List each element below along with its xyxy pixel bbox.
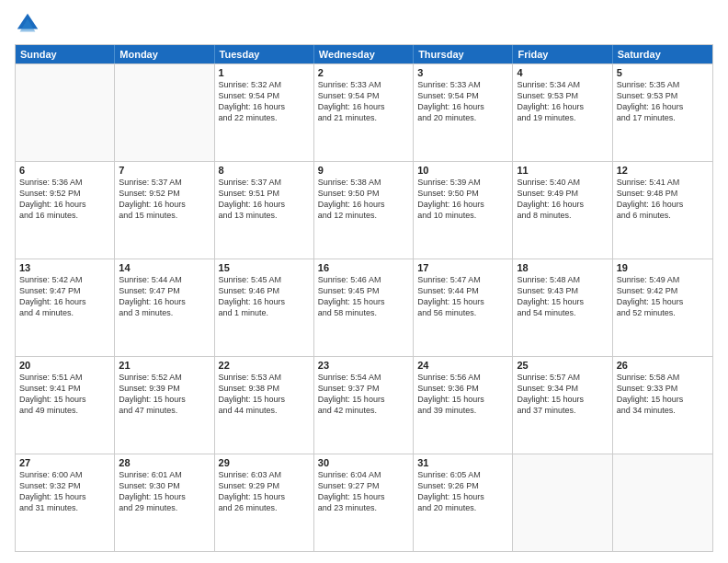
cell-info-line: Sunset: 9:26 PM bbox=[417, 480, 508, 491]
cell-info-line: Daylight: 16 hours bbox=[617, 199, 709, 210]
day-number: 14 bbox=[119, 262, 210, 273]
cell-info-line: and 52 minutes. bbox=[617, 307, 709, 318]
calendar-cell: 23Sunrise: 5:54 AMSunset: 9:37 PMDayligh… bbox=[314, 357, 414, 454]
cell-info-line: Sunrise: 5:57 AM bbox=[517, 372, 608, 383]
cell-info-line: Daylight: 15 hours bbox=[617, 394, 709, 405]
cell-info-line: Daylight: 15 hours bbox=[417, 491, 508, 502]
cell-info-line: and 31 minutes. bbox=[19, 502, 110, 513]
cell-info-line: and 42 minutes. bbox=[318, 405, 409, 416]
cell-info-line: and 19 minutes. bbox=[517, 112, 608, 123]
day-number: 27 bbox=[19, 457, 110, 468]
cell-info-line: Sunrise: 5:52 AM bbox=[119, 372, 210, 383]
cell-info-line: Sunset: 9:53 PM bbox=[517, 90, 608, 101]
calendar-cell: 15Sunrise: 5:45 AMSunset: 9:46 PMDayligh… bbox=[215, 259, 314, 356]
cell-info-line: Daylight: 15 hours bbox=[19, 394, 110, 405]
cell-info-line: Daylight: 15 hours bbox=[19, 491, 110, 502]
cell-info-line: Sunset: 9:52 PM bbox=[19, 188, 110, 199]
cell-info-line: Sunset: 9:27 PM bbox=[318, 480, 409, 491]
calendar-cell: 27Sunrise: 6:00 AMSunset: 9:32 PMDayligh… bbox=[16, 454, 115, 551]
cell-info-line: Sunset: 9:53 PM bbox=[617, 90, 709, 101]
cell-info-line: and 34 minutes. bbox=[617, 405, 709, 416]
cell-info-line: and 10 minutes. bbox=[417, 210, 508, 221]
cell-info-line: Sunset: 9:38 PM bbox=[219, 383, 310, 394]
calendar-cell: 16Sunrise: 5:46 AMSunset: 9:45 PMDayligh… bbox=[314, 259, 414, 356]
day-number: 19 bbox=[617, 262, 709, 273]
calendar-cell: 14Sunrise: 5:44 AMSunset: 9:47 PMDayligh… bbox=[115, 259, 214, 356]
header bbox=[15, 11, 713, 37]
cell-info-line: Sunrise: 5:46 AM bbox=[318, 274, 409, 285]
day-number: 28 bbox=[119, 457, 210, 468]
cell-info-line: and 16 minutes. bbox=[19, 210, 110, 221]
cell-info-line: and 8 minutes. bbox=[517, 210, 608, 221]
cell-info-line: and 3 minutes. bbox=[119, 307, 210, 318]
cell-info-line: Sunset: 9:30 PM bbox=[119, 480, 210, 491]
calendar-cell: 29Sunrise: 6:03 AMSunset: 9:29 PMDayligh… bbox=[215, 454, 314, 551]
cell-info-line: Sunset: 9:49 PM bbox=[517, 188, 608, 199]
cell-info-line: and 6 minutes. bbox=[617, 210, 709, 221]
cell-info-line: Sunrise: 5:40 AM bbox=[517, 177, 608, 188]
cell-info-line: Daylight: 15 hours bbox=[417, 296, 508, 307]
day-number: 8 bbox=[219, 165, 310, 176]
day-number: 23 bbox=[318, 360, 409, 371]
calendar-cell bbox=[115, 64, 214, 161]
day-number: 9 bbox=[318, 165, 409, 176]
cell-info-line: and 17 minutes. bbox=[617, 112, 709, 123]
cell-info-line: Sunset: 9:36 PM bbox=[417, 383, 508, 394]
calendar-cell: 3Sunrise: 5:33 AMSunset: 9:54 PMDaylight… bbox=[414, 64, 513, 161]
header-day-sunday: Sunday bbox=[16, 45, 115, 63]
calendar-cell: 22Sunrise: 5:53 AMSunset: 9:38 PMDayligh… bbox=[215, 357, 314, 454]
cell-info-line: Sunrise: 5:41 AM bbox=[617, 177, 709, 188]
cell-info-line: Sunrise: 5:45 AM bbox=[219, 274, 310, 285]
cell-info-line: Sunrise: 5:33 AM bbox=[318, 79, 409, 90]
day-number: 26 bbox=[617, 360, 709, 371]
header-day-monday: Monday bbox=[115, 45, 214, 63]
cell-info-line: Sunrise: 5:54 AM bbox=[318, 372, 409, 383]
cell-info-line: Sunrise: 5:49 AM bbox=[617, 274, 709, 285]
calendar-cell: 28Sunrise: 6:01 AMSunset: 9:30 PMDayligh… bbox=[115, 454, 214, 551]
calendar-cell: 11Sunrise: 5:40 AMSunset: 9:49 PMDayligh… bbox=[513, 162, 612, 259]
cell-info-line: Sunset: 9:34 PM bbox=[517, 383, 608, 394]
day-number: 20 bbox=[19, 360, 110, 371]
calendar-cell: 9Sunrise: 5:38 AMSunset: 9:50 PMDaylight… bbox=[314, 162, 414, 259]
cell-info-line: Sunset: 9:42 PM bbox=[617, 285, 709, 296]
cell-info-line: Daylight: 15 hours bbox=[219, 491, 310, 502]
cell-info-line: Sunrise: 5:53 AM bbox=[219, 372, 310, 383]
cell-info-line: Sunset: 9:52 PM bbox=[119, 188, 210, 199]
cell-info-line: and 58 minutes. bbox=[318, 307, 409, 318]
calendar-cell: 7Sunrise: 5:37 AMSunset: 9:52 PMDaylight… bbox=[115, 162, 214, 259]
cell-info-line: and 12 minutes. bbox=[318, 210, 409, 221]
day-number: 21 bbox=[119, 360, 210, 371]
calendar-cell: 4Sunrise: 5:34 AMSunset: 9:53 PMDaylight… bbox=[513, 64, 612, 161]
cell-info-line: Sunrise: 5:58 AM bbox=[617, 372, 709, 383]
cell-info-line: Daylight: 16 hours bbox=[219, 101, 310, 112]
cell-info-line: Daylight: 15 hours bbox=[119, 491, 210, 502]
day-number: 7 bbox=[119, 165, 210, 176]
cell-info-line: Sunset: 9:43 PM bbox=[517, 285, 608, 296]
day-number: 1 bbox=[219, 67, 310, 78]
cell-info-line: and 21 minutes. bbox=[318, 112, 409, 123]
calendar-cell bbox=[513, 454, 612, 551]
cell-info-line: and 29 minutes. bbox=[119, 502, 210, 513]
cell-info-line: Daylight: 15 hours bbox=[617, 296, 709, 307]
calendar-week-5: 27Sunrise: 6:00 AMSunset: 9:32 PMDayligh… bbox=[16, 454, 712, 551]
calendar-body: 1Sunrise: 5:32 AMSunset: 9:54 PMDaylight… bbox=[16, 63, 712, 551]
calendar-cell: 2Sunrise: 5:33 AMSunset: 9:54 PMDaylight… bbox=[314, 64, 414, 161]
calendar-header: SundayMondayTuesdayWednesdayThursdayFrid… bbox=[16, 45, 712, 63]
calendar-cell: 13Sunrise: 5:42 AMSunset: 9:47 PMDayligh… bbox=[16, 259, 115, 356]
day-number: 13 bbox=[19, 262, 110, 273]
cell-info-line: and 13 minutes. bbox=[219, 210, 310, 221]
day-number: 15 bbox=[219, 262, 310, 273]
calendar-cell: 20Sunrise: 5:51 AMSunset: 9:41 PMDayligh… bbox=[16, 357, 115, 454]
cell-info-line: Daylight: 16 hours bbox=[119, 199, 210, 210]
cell-info-line: Daylight: 15 hours bbox=[119, 394, 210, 405]
cell-info-line: Daylight: 16 hours bbox=[517, 199, 608, 210]
header-day-tuesday: Tuesday bbox=[215, 45, 314, 63]
cell-info-line: and 22 minutes. bbox=[219, 112, 310, 123]
cell-info-line: Sunset: 9:54 PM bbox=[417, 90, 508, 101]
cell-info-line: Daylight: 16 hours bbox=[219, 296, 310, 307]
cell-info-line: and 23 minutes. bbox=[318, 502, 409, 513]
calendar-cell: 17Sunrise: 5:47 AMSunset: 9:44 PMDayligh… bbox=[414, 259, 513, 356]
header-day-friday: Friday bbox=[513, 45, 612, 63]
cell-info-line: Sunrise: 5:32 AM bbox=[219, 79, 310, 90]
day-number: 18 bbox=[517, 262, 608, 273]
